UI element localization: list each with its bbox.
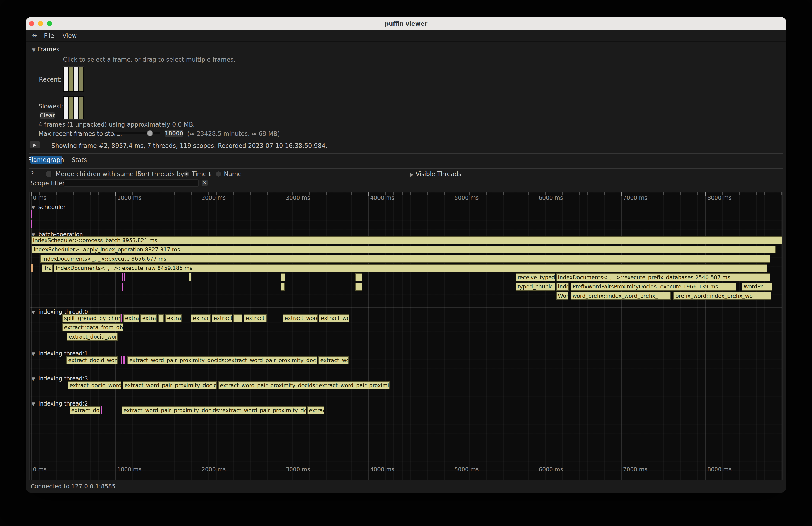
flame-bar[interactable] xyxy=(122,356,124,364)
flame-bar[interactable]: extract_wo xyxy=(318,356,349,364)
frames-section-header[interactable]: ▼Frames xyxy=(32,46,59,53)
flame-bar[interactable]: IndexDocuments<_, _>::execute_prefix_dat… xyxy=(556,274,770,281)
sort-time-label[interactable]: Time xyxy=(192,171,207,177)
flame-bar[interactable]: extract_docid_word xyxy=(68,381,121,389)
clear-button[interactable]: Clear xyxy=(39,112,55,119)
frame-mini-bar[interactable] xyxy=(69,97,73,119)
flame-bar[interactable]: extra xyxy=(140,314,157,322)
flame-bar[interactable] xyxy=(122,274,123,281)
flame-bar[interactable]: extract_word_pair_proximity_docids::extr… xyxy=(128,356,318,364)
flame-bar[interactable]: typed_chunk::w xyxy=(516,283,555,291)
max-frames-value[interactable]: 18000 xyxy=(164,129,184,137)
flame-bar[interactable]: Word xyxy=(556,292,568,300)
flame-bar[interactable]: extract::data_from_ob xyxy=(62,323,123,331)
flame-bar[interactable]: extract xyxy=(244,314,267,322)
thread-header-indexing-thread:1[interactable]: ▼ indexing-thread:1 xyxy=(31,350,88,357)
flame-bar[interactable]: prefix_word::index_prefix_wo xyxy=(673,292,771,300)
sort-time-radio[interactable] xyxy=(184,171,190,177)
frame-mini-bar[interactable] xyxy=(69,67,73,91)
visible-threads-header[interactable]: ▶Visible Threads xyxy=(410,171,461,177)
grid-line xyxy=(596,192,596,480)
frame-mini-bar[interactable] xyxy=(64,67,68,91)
flame-bar[interactable]: extract_doc xyxy=(70,406,101,414)
slowest-frames-thumbnail[interactable] xyxy=(63,96,84,120)
thread-header-indexing-thread:3[interactable]: ▼ indexing-thread:3 xyxy=(31,375,88,382)
flame-bar[interactable] xyxy=(101,406,102,414)
menu-view[interactable]: View xyxy=(58,31,81,40)
frame-mini-bar[interactable] xyxy=(79,67,84,91)
frame-mini-bar[interactable] xyxy=(74,97,78,119)
merge-children-label[interactable]: Merge children with same ID xyxy=(56,171,142,177)
flame-bar[interactable] xyxy=(124,274,125,281)
flame-bar[interactable]: extract_ xyxy=(212,314,232,322)
flame-bar[interactable]: IndexScheduler>::process_batch 8953.821 … xyxy=(31,236,783,244)
grid-line xyxy=(309,192,310,480)
flame-bar[interactable] xyxy=(158,314,164,322)
flame-bar[interactable]: receive_typed_ xyxy=(516,274,555,281)
max-frames-slider-track[interactable] xyxy=(114,132,160,134)
sort-name-radio[interactable] xyxy=(216,171,221,177)
help-button[interactable]: ? xyxy=(31,171,34,177)
frame-mini-bar[interactable] xyxy=(74,67,78,91)
flame-bar[interactable]: extract_word_pair_proximity_docids xyxy=(122,381,217,389)
flame-bar[interactable] xyxy=(122,283,123,291)
flame-bar[interactable] xyxy=(355,274,362,281)
flame-bar[interactable]: index xyxy=(556,283,569,291)
thread-header-indexing-thread:2[interactable]: ▼ indexing-thread:2 xyxy=(31,400,88,407)
flame-bar[interactable] xyxy=(124,356,125,364)
tab-flamegraph[interactable]: Flamegraph xyxy=(30,156,62,164)
flame-bar[interactable] xyxy=(189,274,191,281)
zoom-button[interactable] xyxy=(47,21,52,26)
flame-bar[interactable]: split_grenad_by_chun xyxy=(62,314,120,322)
recent-frames-thumbnail[interactable] xyxy=(63,66,84,92)
max-frames-slider-knob[interactable] xyxy=(147,130,153,136)
flame-bar[interactable]: extract_ xyxy=(191,314,211,322)
close-button[interactable] xyxy=(29,21,34,26)
flamegraph-canvas[interactable]: 0 ms0 ms1000 ms1000 ms2000 ms2000 ms3000… xyxy=(29,192,783,480)
flame-bar[interactable]: extract_word_pair_proximity_docids::extr… xyxy=(122,406,306,414)
flame-bar[interactable]: word_prefix::index_word_prefix_ xyxy=(570,292,671,300)
flame-bar[interactable] xyxy=(281,283,285,291)
flame-bar[interactable]: IndexDocuments<_, _>::execute 8656.677 m… xyxy=(40,255,770,263)
scope-filter-clear-button[interactable]: ✕ xyxy=(201,179,208,186)
flame-bar[interactable]: Trans xyxy=(42,264,53,272)
flame-bar[interactable] xyxy=(31,264,33,272)
flame-bar[interactable] xyxy=(31,220,32,228)
flame-bar[interactable] xyxy=(31,210,32,218)
window-titlebar[interactable]: puffin viewer xyxy=(26,17,786,30)
flame-bar[interactable]: extrac xyxy=(165,314,182,322)
thread-header-scheduler[interactable]: ▼ scheduler xyxy=(31,204,66,210)
flame-bar[interactable] xyxy=(355,283,362,291)
ruler-tick xyxy=(73,192,74,195)
ruler-tick xyxy=(174,192,175,195)
grid-line xyxy=(706,192,706,480)
flame-bar[interactable] xyxy=(233,314,242,322)
frame-mini-bar[interactable] xyxy=(64,97,68,119)
scope-filter-input[interactable] xyxy=(64,179,199,187)
play-button[interactable]: ▶ xyxy=(29,141,40,149)
flame-bar[interactable]: PrefixWordPairsProximityDocids::execute … xyxy=(570,283,736,291)
flame-bar[interactable]: WordPr xyxy=(742,283,772,291)
flame-bar[interactable]: extract_wo xyxy=(319,314,349,322)
ruler-tick xyxy=(132,192,133,195)
merge-children-checkbox[interactable] xyxy=(46,171,52,177)
flame-bar[interactable] xyxy=(281,274,285,281)
flame-bar[interactable]: extract xyxy=(123,314,139,322)
grid-line xyxy=(149,192,149,480)
menu-file[interactable]: File xyxy=(40,31,58,40)
flame-bar[interactable]: IndexScheduler>::apply_index_operation 8… xyxy=(32,246,776,253)
flame-bar[interactable]: extract_docid_wor xyxy=(66,356,118,364)
minimize-button[interactable] xyxy=(38,21,43,26)
frame-mini-bar[interactable] xyxy=(79,97,84,119)
sort-direction-arrow-icon[interactable]: ↓ xyxy=(207,171,212,177)
flame-bar[interactable]: extract_word xyxy=(283,314,318,322)
flame-bar[interactable] xyxy=(121,356,122,364)
flame-bar[interactable]: extract_word_pair_proximity_docids::extr… xyxy=(218,381,390,389)
flame-bar[interactable]: extrac xyxy=(307,406,324,414)
sort-name-label[interactable]: Name xyxy=(224,171,242,177)
flame-bar[interactable]: extract_docid_wor xyxy=(67,333,118,341)
flame-bar[interactable] xyxy=(121,314,122,322)
theme-icon[interactable]: ☀ xyxy=(30,32,40,39)
flame-bar[interactable]: IndexDocuments<_, _>::execute_raw 8459.1… xyxy=(54,264,767,272)
tab-stats[interactable]: Stats xyxy=(70,156,88,164)
